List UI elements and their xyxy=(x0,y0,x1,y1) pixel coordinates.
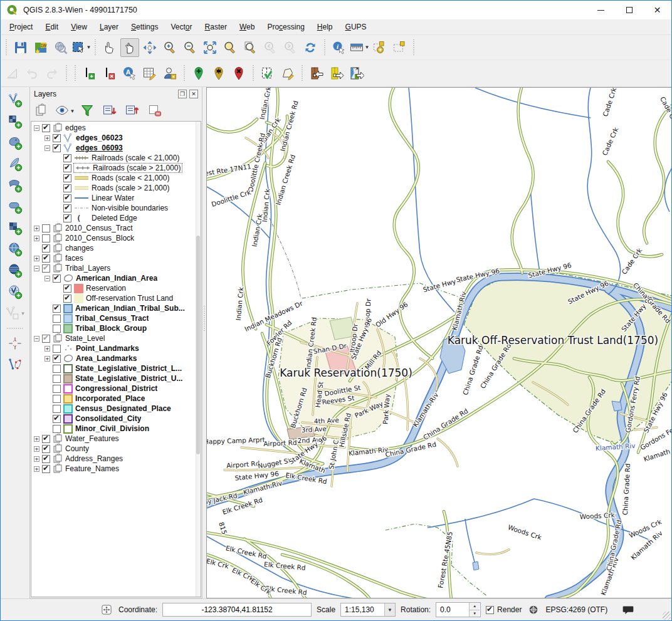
expand-all-button[interactable] xyxy=(101,103,118,119)
filter-legend-button[interactable] xyxy=(78,103,96,119)
maximize-button[interactable] xyxy=(615,1,643,19)
map-canvas[interactable]: Indian CrkIndian Creek RdIndian CrkDooli… xyxy=(206,87,671,598)
pan-hand-button[interactable] xyxy=(120,38,139,57)
visibility-checkbox[interactable] xyxy=(42,224,50,232)
zoom-globe-button[interactable] xyxy=(51,38,70,57)
cad-ruler-button[interactable] xyxy=(3,64,21,83)
visibility-checkbox[interactable]: ✔ xyxy=(63,204,71,212)
group-edges[interactable]: −✔edges xyxy=(31,123,201,133)
messages-icon[interactable] xyxy=(621,603,635,617)
import-zip-button[interactable] xyxy=(307,64,326,83)
visibility-checkbox[interactable]: ✔ xyxy=(53,415,61,423)
group-water-features[interactable]: +✔Water_Features xyxy=(31,434,201,444)
visibility-checkbox[interactable]: ✔ xyxy=(63,154,71,162)
rotation-spinner[interactable]: ▲ ▼ xyxy=(436,602,481,617)
collapse-all-button[interactable] xyxy=(123,103,141,119)
zoom-to-selection-button[interactable] xyxy=(221,38,239,57)
add-wcs-layer-button[interactable] xyxy=(6,261,24,280)
symbol-non-visible-boundaries[interactable]: ✔Non-visible boundaries xyxy=(31,203,201,213)
layer-reservation[interactable]: ✔Reservation xyxy=(31,283,201,293)
pan-to-selection-button[interactable] xyxy=(140,38,159,57)
layer-edges-06023[interactable]: +✔edges_06023 xyxy=(31,133,201,143)
visibility-checkbox[interactable]: ✔ xyxy=(42,335,50,343)
visibility-checkbox[interactable]: ✔ xyxy=(53,305,61,313)
visibility-checkbox[interactable]: ✔ xyxy=(42,455,50,463)
expand-icon[interactable]: + xyxy=(34,456,39,462)
touch-button[interactable] xyxy=(100,38,119,57)
layer-off-reservation-trust-land[interactable]: ✔Off-reservation Trust Land xyxy=(31,293,201,303)
group-county[interactable]: +✔County xyxy=(31,444,201,454)
visibility-checkbox[interactable]: ✔ xyxy=(42,244,50,253)
symbol-linear-water[interactable]: ✔Linear Water xyxy=(31,193,201,203)
spin-down-icon[interactable]: ▼ xyxy=(470,610,480,617)
visibility-checkbox[interactable]: ✔ xyxy=(53,355,61,363)
add-postgis-layer-button[interactable] xyxy=(6,133,24,152)
layer-tribal-block-group[interactable]: Tribal_Block_Group xyxy=(31,323,201,333)
collapse-icon[interactable]: − xyxy=(45,145,50,151)
zoom-in-button[interactable] xyxy=(160,38,179,57)
menu-project[interactable]: Project xyxy=(3,21,39,33)
coordinate-input[interactable] xyxy=(162,603,312,617)
collapse-icon[interactable]: − xyxy=(34,266,39,271)
rotation-input[interactable] xyxy=(436,603,469,617)
scale-combo[interactable]: 1:15,130 ▼ xyxy=(340,603,396,617)
visibility-checkbox[interactable] xyxy=(53,395,61,403)
visibility-checkbox[interactable] xyxy=(53,385,61,393)
epsg-label[interactable]: EPSG:4269 (OTF) xyxy=(545,605,607,614)
visibility-checkbox[interactable]: ✔ xyxy=(63,174,71,182)
pin-modify-button[interactable] xyxy=(209,64,228,83)
expand-icon[interactable]: + xyxy=(45,356,50,362)
expand-icon[interactable]: + xyxy=(34,446,39,452)
visibility-checkbox[interactable]: ✔ xyxy=(63,214,71,222)
extents-toggle-icon[interactable] xyxy=(100,603,113,617)
visibility-checkbox[interactable]: ✔ xyxy=(63,284,71,293)
visibility-checkbox[interactable]: ✔ xyxy=(53,274,61,283)
visibility-checkbox[interactable]: ✔ xyxy=(42,445,50,453)
visibility-checkbox[interactable] xyxy=(53,365,61,373)
visibility-checkbox[interactable]: ✔ xyxy=(63,295,71,303)
expand-icon[interactable]: + xyxy=(34,436,39,442)
add-db2-layer-button[interactable] xyxy=(6,219,24,237)
visibility-checkbox[interactable] xyxy=(42,234,50,243)
close-button[interactable]: ✕ xyxy=(643,1,671,19)
visibility-checkbox[interactable]: ✔ xyxy=(42,465,50,473)
group-faces[interactable]: +✔faces xyxy=(31,253,201,263)
expand-icon[interactable]: + xyxy=(45,135,50,141)
user-star-button[interactable] xyxy=(160,64,179,83)
chevron-down-icon[interactable]: ▼ xyxy=(384,603,395,616)
add-oracle-layer-button[interactable] xyxy=(6,197,24,216)
pin-delete-button[interactable] xyxy=(229,64,248,83)
new-bookmark-button[interactable] xyxy=(390,38,409,57)
layer-state-legislative-district-l-[interactable]: State_Legislative_District_L... xyxy=(31,363,201,373)
render-check-icon[interactable] xyxy=(486,606,494,614)
layer-point-landmarks[interactable]: +Point_Landmarks xyxy=(31,343,201,353)
split-delete-button[interactable] xyxy=(100,64,119,83)
symbol-roads-scale-21-000-[interactable]: ✔Roads (scale < 21,000) xyxy=(31,173,201,183)
save-button[interactable] xyxy=(11,38,30,57)
visibility-checkbox[interactable] xyxy=(53,325,61,333)
export-map-button[interactable] xyxy=(347,64,366,83)
visibility-checkbox[interactable]: ✔ xyxy=(63,184,71,192)
expand-icon[interactable]: + xyxy=(34,226,39,231)
visibility-checkbox[interactable]: ✔ xyxy=(63,164,71,172)
group-changes[interactable]: ✔changes xyxy=(31,243,201,253)
layer-census-designated-place[interactable]: Census_Designated_Place xyxy=(31,404,201,414)
symbol-railroads-scale-21-000-[interactable]: ✔Railroads (scale < 21,000) xyxy=(31,153,201,163)
map[interactable]: Indian CrkIndian Creek RdIndian CrkDooli… xyxy=(207,88,671,598)
visibility-checkbox[interactable] xyxy=(53,315,61,323)
layer-state-legislative-district-u-[interactable]: State_Legislative_District_U... xyxy=(31,373,201,384)
menu-view[interactable]: View xyxy=(65,21,93,33)
menu-settings[interactable]: Settings xyxy=(125,21,164,33)
redo-button[interactable] xyxy=(43,64,61,83)
collapse-icon[interactable]: − xyxy=(34,336,39,342)
visibility-checkbox[interactable]: ✔ xyxy=(53,144,61,152)
visibility-checkbox[interactable] xyxy=(53,375,61,383)
zoom-out-button[interactable] xyxy=(181,38,199,57)
topology-edit-button[interactable] xyxy=(6,355,24,374)
measure-button[interactable]: ▼ xyxy=(350,38,369,57)
validate-geometry-button[interactable] xyxy=(258,64,277,83)
attribute-edit-button[interactable] xyxy=(140,64,159,83)
zoom-next-button[interactable] xyxy=(281,38,300,57)
group-2010-census-tract[interactable]: +2010_Census_Tract xyxy=(31,223,201,233)
identify-button[interactable]: i xyxy=(330,38,349,57)
